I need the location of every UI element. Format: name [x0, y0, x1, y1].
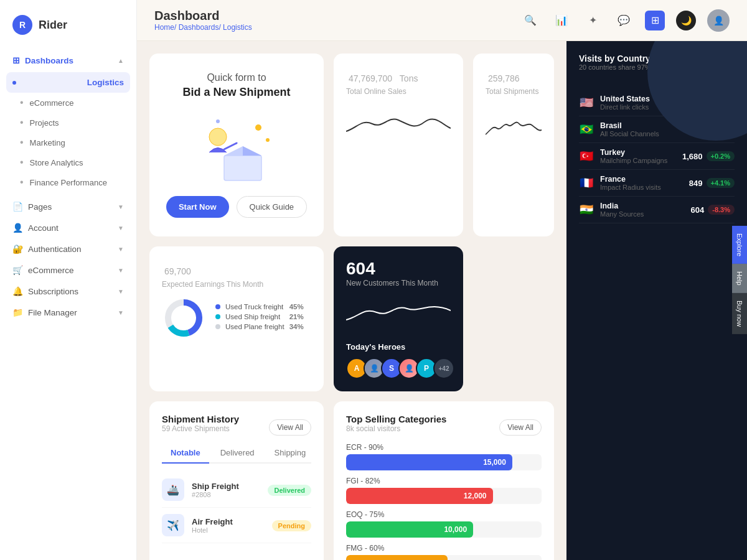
svg-marker-2 — [243, 146, 261, 156]
ship-name-2: Air Freight — [192, 517, 233, 526]
shipment-view-all[interactable]: View All — [269, 419, 311, 436]
bar-track: 12,000 — [346, 488, 542, 504]
bar-fill: 12,000 — [346, 488, 493, 504]
sidebar-item-ecommerce-main[interactable]: 🛒 eCommerce ▼ — [0, 259, 136, 281]
customers-sparkline — [346, 295, 451, 332]
side-tab-explore[interactable]: Explore — [732, 226, 747, 264]
country-source: All Social Channels — [600, 130, 678, 138]
bottom-row: Shipment History 59 Active Shipments Vie… — [149, 401, 554, 560]
shipment-row-1: 🚢 Ship Freight #2808 Delivered — [162, 472, 311, 508]
file-icon: 📁 — [12, 307, 23, 317]
side-tab-buynow[interactable]: Buy now — [732, 293, 747, 334]
country-row: 🇹🇷 Turkey Mailchimp Campaigns 1,680 +0.2… — [579, 143, 735, 170]
settings-icon[interactable]: ✦ — [583, 11, 603, 30]
start-now-button[interactable]: Start Now — [166, 196, 229, 218]
country-info: Brasil All Social Channels — [600, 121, 678, 138]
svg-point-3 — [209, 128, 227, 146]
categories-view-all[interactable]: View All — [499, 419, 542, 436]
page-title: Dashboard — [154, 9, 252, 23]
sub-icon: 🔔 — [12, 286, 23, 296]
app-name: Rider — [39, 19, 67, 32]
svg-point-4 — [255, 124, 261, 131]
search-icon[interactable]: 🔍 — [520, 11, 540, 30]
sidebar-item-projects[interactable]: Projects — [0, 113, 136, 133]
sidebar-item-finance[interactable]: Finance Performance — [0, 172, 136, 192]
country-visits: 9,763 — [682, 98, 703, 108]
svg-point-6 — [216, 119, 220, 123]
plane-dot — [215, 324, 220, 329]
side-tab-help[interactable]: Help — [732, 264, 747, 293]
sidebar-item-marketing[interactable]: Marketing — [0, 133, 136, 152]
sidebar-item-filemanager[interactable]: 📁 File Manager ▼ — [0, 302, 136, 323]
promo-card: Quick form to Bid a New Shipment — [149, 54, 324, 236]
freight-truck: Used Truck freight 45% — [215, 303, 304, 310]
country-flag: 🇫🇷 — [579, 177, 594, 189]
shipment-title: Shipment History — [162, 414, 239, 424]
country-row: 🇺🇸 United States Direct link clicks 9,76… — [579, 90, 735, 116]
country-source: Impact Radius visits — [600, 184, 683, 191]
sidebar-item-store-analytics[interactable]: Store Analytics — [0, 152, 136, 172]
bar-track: 15,000 — [346, 454, 542, 470]
country-view-all[interactable]: View All — [697, 59, 735, 73]
right-panel: Visits by Country 20 countries share 97%… — [566, 41, 747, 560]
sidebar-item-account[interactable]: 👤 Account ▼ — [0, 217, 136, 238]
side-tabs: Explore Help Buy now — [732, 226, 747, 334]
tab-shipping[interactable]: Shipping — [266, 443, 315, 464]
theme-toggle[interactable]: 🌙 — [676, 11, 696, 30]
country-visits: 4,062 — [684, 125, 705, 134]
logo-icon: R — [12, 15, 32, 35]
country-change: -8.3% — [708, 205, 735, 215]
tab-notable[interactable]: Notable — [162, 443, 209, 464]
sidebar-item-subscriptions[interactable]: 🔔 Subscriptions ▼ — [0, 281, 136, 302]
shipment-header: Shipment History 59 Active Shipments Vie… — [162, 414, 311, 441]
ecom-icon: 🛒 — [12, 265, 23, 275]
bar-item: FGI - 82% 12,000 — [346, 477, 542, 504]
message-icon[interactable]: 💬 — [614, 11, 634, 30]
chevron-up-icon: ▲ — [118, 57, 124, 64]
grid-view-icon[interactable]: ⊞ — [645, 11, 665, 30]
dashboard-grid: Quick form to Bid a New Shipment — [137, 41, 566, 560]
country-row: 🇧🇷 Brasil All Social Channels 4,062 -0.4… — [579, 116, 735, 143]
country-change: +2.6% — [707, 98, 735, 108]
freight-plane: Used Plane freight 34% — [215, 323, 304, 330]
quick-guide-button[interactable]: Quick Guide — [237, 196, 308, 218]
sidebar-item-ecommerce[interactable]: eCommerce — [0, 93, 136, 113]
shipments-label: Total Shipments — [486, 87, 542, 96]
bar-label: FGI - 82% — [346, 477, 542, 485]
app-logo[interactable]: R Rider — [0, 10, 136, 47]
sidebar-item-logistics[interactable]: Logistics — [6, 72, 130, 93]
tab-delivered[interactable]: Delivered — [212, 443, 263, 464]
chevron-down-icon-6: ▼ — [118, 309, 124, 316]
shipment-row-2: ✈️ Air Freight Hotel Pending — [162, 508, 311, 543]
country-name: France — [600, 175, 683, 184]
status-badge-2: Pending — [272, 520, 311, 531]
shipments-stat-card: 259,786 Total Shipments — [473, 54, 554, 236]
ship-name-1: Ship Freight — [192, 482, 239, 491]
sidebar-item-pages[interactable]: 📄 Pages ▼ — [0, 196, 136, 217]
user-avatar[interactable]: 👤 — [707, 9, 730, 32]
chart-icon[interactable]: 📊 — [552, 11, 571, 30]
country-list: 🇺🇸 United States Direct link clicks 9,76… — [579, 90, 735, 223]
sidebar-item-dashboards[interactable]: ⊞ Dashboards ▲ — [0, 50, 136, 71]
header: Dashboard Home/ Dashboards/ Logistics 🔍 … — [137, 0, 747, 41]
bar-item: EOQ - 75% 10,000 — [346, 510, 542, 538]
country-subtitle: 20 countries share 97% visits — [579, 63, 668, 71]
main-area: Dashboard Home/ Dashboards/ Logistics 🔍 … — [137, 0, 747, 560]
country-flag: 🇹🇷 — [579, 151, 594, 162]
grid-icon: ⊞ — [12, 55, 20, 65]
sidebar: R Rider ⊞ Dashboards ▲ Logistics eCommer… — [0, 0, 137, 560]
bar-fill: 10,000 — [346, 521, 473, 538]
country-visits: 849 — [689, 179, 703, 188]
bar-track: 8,000 — [346, 555, 542, 560]
svg-point-5 — [266, 138, 270, 142]
promo-line1: Quick form to — [207, 72, 266, 83]
sidebar-item-authentication[interactable]: 🔐 Authentication ▼ — [0, 238, 136, 259]
bar-fill: 15,000 — [346, 454, 512, 470]
hero-avatar-count: +42 — [433, 358, 454, 379]
ship-id-2: Hotel — [192, 526, 233, 534]
earnings-number: 69,700 — [162, 259, 311, 279]
country-flag: 🇺🇸 — [579, 97, 594, 108]
header-left: Dashboard Home/ Dashboards/ Logistics — [154, 9, 252, 32]
sales-sparkline — [346, 103, 451, 141]
country-change: +4.1% — [707, 178, 735, 188]
